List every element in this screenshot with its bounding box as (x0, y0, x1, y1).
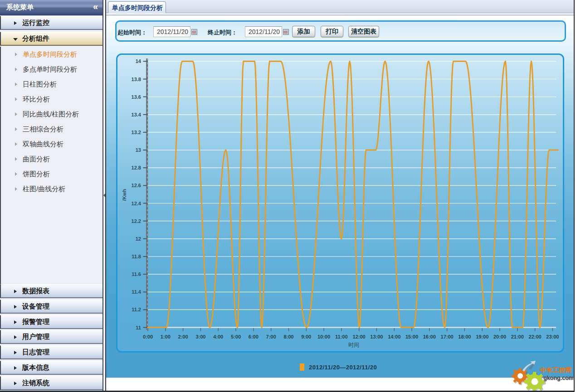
svg-text:9:00: 9:00 (301, 334, 311, 339)
svg-text:19:00: 19:00 (476, 334, 488, 339)
svg-text:12: 12 (136, 236, 141, 242)
svg-text:/Kwh: /Kwh (122, 189, 127, 201)
svg-text:3:00: 3:00 (195, 334, 205, 339)
svg-text:1:00: 1:00 (161, 334, 171, 339)
svg-text:8:00: 8:00 (283, 334, 293, 339)
svg-text:11.4: 11.4 (132, 289, 142, 295)
svg-text:13.8: 13.8 (132, 77, 141, 82)
svg-text:6:00: 6:00 (249, 334, 259, 339)
svg-text:12.6: 12.6 (132, 183, 141, 188)
svg-text:7:00: 7:00 (266, 334, 276, 339)
svg-text:20:00: 20:00 (493, 334, 506, 339)
svg-text:12.2: 12.2 (132, 218, 141, 224)
svg-text:5:00: 5:00 (231, 334, 241, 339)
svg-text:14: 14 (136, 58, 142, 64)
svg-text:13.6: 13.6 (132, 94, 141, 100)
svg-text:2:00: 2:00 (178, 334, 188, 339)
svg-text:11.6: 11.6 (132, 271, 141, 277)
svg-text:13: 13 (136, 147, 141, 153)
svg-text:0:00: 0:00 (143, 334, 153, 339)
svg-text:12.8: 12.8 (132, 165, 141, 170)
svg-text:4:00: 4:00 (213, 334, 223, 339)
svg-text:11:00: 11:00 (335, 334, 348, 339)
svg-text:22:00: 22:00 (529, 334, 542, 339)
svg-text:14:00: 14:00 (388, 334, 400, 339)
svg-text:11.2: 11.2 (132, 307, 141, 312)
svg-text:13.4: 13.4 (132, 112, 142, 117)
svg-text:18:00: 18:00 (458, 334, 471, 339)
svg-text:12:00: 12:00 (353, 334, 366, 339)
svg-text:11: 11 (136, 325, 141, 330)
svg-text:gkong.com: gkong.com (543, 375, 573, 381)
svg-text:13.2: 13.2 (132, 130, 141, 135)
svg-text:12.4: 12.4 (132, 201, 142, 206)
svg-text:23:00: 23:00 (546, 334, 559, 339)
svg-text:中华工控网: 中华工控网 (540, 367, 571, 373)
svg-text:11.8: 11.8 (132, 254, 141, 259)
svg-text:10:00: 10:00 (317, 334, 330, 339)
svg-text:17:00: 17:00 (441, 334, 454, 339)
svg-text:21:00: 21:00 (511, 334, 524, 339)
svg-text:13:00: 13:00 (370, 334, 383, 339)
svg-text:15:00: 15:00 (405, 334, 418, 339)
svg-text:16:00: 16:00 (423, 334, 436, 339)
